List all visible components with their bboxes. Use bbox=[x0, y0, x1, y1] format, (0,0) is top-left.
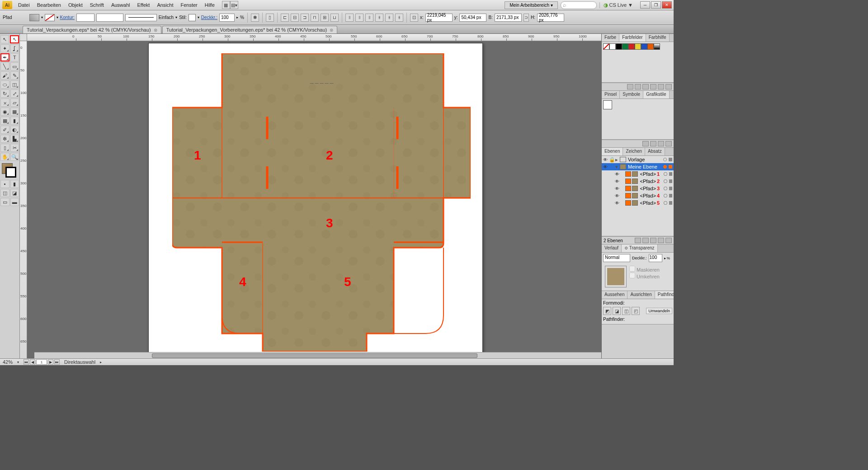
gradient-mode-icon[interactable]: ▮ bbox=[10, 180, 19, 188]
direct-selection-tool-icon[interactable]: ↖ bbox=[10, 35, 19, 43]
mesh-tool-icon[interactable]: ▦ bbox=[0, 117, 9, 125]
rectangle-tool-icon[interactable]: ▭ bbox=[10, 62, 19, 70]
swatch-opts-icon[interactable] bbox=[642, 84, 649, 89]
color-mode-icon[interactable]: ▪ bbox=[0, 180, 9, 188]
tab-zeichen[interactable]: Zeichen bbox=[623, 148, 645, 155]
lock-toggle-icon[interactable]: 🔒 bbox=[609, 157, 613, 163]
style-new-icon[interactable] bbox=[658, 141, 664, 146]
width-tool-icon[interactable]: ⨉ bbox=[0, 99, 9, 107]
magic-wand-tool-icon[interactable]: ✦ bbox=[0, 44, 9, 52]
scale-tool-icon[interactable]: ⤢ bbox=[10, 89, 19, 98]
swatch-blue[interactable] bbox=[641, 43, 647, 50]
hand-tool-icon[interactable]: ✋ bbox=[0, 153, 9, 161]
align-vcenter-icon[interactable]: ⊞ bbox=[321, 14, 329, 22]
line-tool-icon[interactable]: ╲ bbox=[0, 62, 9, 70]
swatch-yellow[interactable] bbox=[635, 43, 641, 50]
window-restore-icon[interactable]: ❐ bbox=[651, 1, 661, 9]
swatch-none[interactable] bbox=[603, 43, 609, 50]
pen-tool-icon[interactable]: ✒ bbox=[0, 53, 9, 61]
tab-pinsel[interactable]: Pinsel bbox=[602, 91, 620, 99]
zoom-level[interactable]: 42% bbox=[3, 359, 13, 365]
distribute-1-icon[interactable]: ⫴ bbox=[345, 14, 354, 22]
locate-icon[interactable] bbox=[635, 238, 641, 243]
blend-tool-icon[interactable]: ◐ bbox=[10, 126, 19, 134]
ruler-origin[interactable] bbox=[20, 34, 27, 41]
tab-farbhilfe[interactable]: Farbhilfe bbox=[646, 34, 670, 42]
slice-tool-icon[interactable]: ✂ bbox=[10, 144, 19, 152]
close-tab-icon[interactable]: ⊗ bbox=[330, 28, 333, 33]
swatch-orange[interactable] bbox=[647, 43, 654, 50]
canvas[interactable]: ⸺⸺⸺⸺⸺ 1 2 3 4 5 bbox=[27, 41, 601, 358]
swatch-group-icon[interactable] bbox=[650, 84, 656, 89]
tab-ausrichten[interactable]: Ausrichten bbox=[627, 291, 655, 299]
pf-exclude-icon[interactable]: ◰ bbox=[632, 307, 640, 315]
next-artboard-icon[interactable]: ▶ bbox=[48, 359, 53, 365]
eraser-tool-icon[interactable]: ◫ bbox=[10, 80, 19, 89]
search-input[interactable] bbox=[561, 1, 597, 9]
graph-tool-icon[interactable]: ▙ bbox=[10, 135, 19, 143]
transparency-thumb[interactable] bbox=[605, 266, 627, 287]
pencil-tool-icon[interactable]: ✎ bbox=[10, 71, 19, 80]
style-break-icon[interactable] bbox=[650, 141, 656, 146]
brush-def-field[interactable] bbox=[96, 14, 123, 22]
layer-meine-ebene[interactable]: 👁▾ Meine Ebene bbox=[602, 163, 674, 170]
menu-bearbeiten[interactable]: Bearbeiten bbox=[33, 1, 65, 9]
tab-aussehen[interactable]: Aussehen bbox=[602, 291, 627, 299]
menu-ansicht[interactable]: Ansicht bbox=[153, 1, 177, 9]
horizontal-scrollbar[interactable] bbox=[34, 352, 601, 358]
layer-vorlage[interactable]: 👁🔒▸ Vorlage bbox=[602, 156, 674, 163]
transform-ref-icon[interactable]: ⊡ bbox=[410, 14, 418, 22]
fill-swatch[interactable] bbox=[29, 14, 39, 21]
visibility-toggle-icon[interactable]: 👁 bbox=[603, 157, 608, 162]
doc-arrange-icon[interactable]: ▤▾ bbox=[230, 1, 238, 9]
align-right-icon[interactable]: ⊐ bbox=[301, 14, 309, 22]
tab-farbe[interactable]: Farbe bbox=[602, 34, 619, 42]
menu-schrift[interactable]: Schrift bbox=[86, 1, 108, 9]
shape-builder-tool-icon[interactable]: ◉ bbox=[0, 108, 9, 116]
h-field[interactable]: 2026,776 px bbox=[537, 14, 564, 22]
style-default[interactable] bbox=[603, 100, 612, 109]
artboard-tool-icon[interactable]: ▯ bbox=[0, 144, 9, 152]
tab-grafikstile[interactable]: Grafikstile bbox=[643, 91, 669, 99]
distribute-4-icon[interactable]: ⫵ bbox=[375, 14, 383, 22]
type-tool-icon[interactable]: T bbox=[10, 53, 19, 61]
clip-mask-icon[interactable] bbox=[642, 238, 649, 243]
tab-verlauf[interactable]: Verlauf bbox=[602, 244, 622, 252]
align-left-icon[interactable]: ⊏ bbox=[281, 14, 289, 22]
horizontal-ruler[interactable]: 0501001502002503003504004505005506006507… bbox=[27, 34, 601, 41]
align-hcenter-icon[interactable]: ⊟ bbox=[291, 14, 299, 22]
trash-icon[interactable] bbox=[665, 238, 672, 243]
visibility-toggle-icon[interactable]: 👁 bbox=[614, 200, 619, 206]
fill-stroke-indicator[interactable] bbox=[1, 162, 19, 179]
draw-behind-icon[interactable]: ◪ bbox=[10, 189, 19, 197]
opacity-field[interactable]: 100 bbox=[649, 254, 662, 262]
menu-fenster[interactable]: Fenster bbox=[177, 1, 201, 9]
screen-mode-2-icon[interactable]: ▬ bbox=[10, 198, 19, 206]
doc-tab-2[interactable]: Tutorial_Verpackungen_Vorbereitungen.eps… bbox=[162, 26, 337, 33]
w-field[interactable]: 2171,33 px bbox=[495, 14, 522, 22]
layer-path-2[interactable]: 👁<Pfad>2 bbox=[602, 178, 674, 185]
blend-mode-field[interactable]: Normal bbox=[603, 254, 630, 262]
stroke-weight-field[interactable] bbox=[76, 14, 94, 22]
distribute-2-icon[interactable]: ⫴ bbox=[355, 14, 363, 22]
layer-path-1[interactable]: 👁<Pfad>1 bbox=[602, 170, 674, 178]
eyedropper-tool-icon[interactable]: ✐ bbox=[0, 126, 9, 134]
draw-normal-icon[interactable]: ◫ bbox=[0, 189, 9, 197]
recolor-icon[interactable]: ✽ bbox=[251, 14, 259, 22]
prev-artboard-icon[interactable]: ◀ bbox=[30, 359, 35, 365]
stroke-label[interactable]: Kontur: bbox=[60, 15, 75, 20]
swatch-red[interactable] bbox=[628, 43, 635, 50]
free-transform-tool-icon[interactable]: ▱ bbox=[10, 99, 19, 107]
tab-symbole[interactable]: Symbole bbox=[620, 91, 643, 99]
align-top-icon[interactable]: ⊓ bbox=[311, 14, 319, 22]
visibility-toggle-icon[interactable]: 👁 bbox=[614, 186, 619, 191]
doc-tab-1[interactable]: Tutorial_Verpackungen.eps* bei 42 % (CMY… bbox=[23, 26, 161, 33]
layer-path-5[interactable]: 👁<Pfad>5 bbox=[602, 199, 674, 207]
menu-datei[interactable]: Datei bbox=[14, 1, 33, 9]
symbol-sprayer-tool-icon[interactable]: ✼ bbox=[0, 135, 9, 143]
pf-unite-icon[interactable]: ◩ bbox=[603, 307, 611, 315]
stroke-profile[interactable] bbox=[125, 14, 157, 21]
visibility-toggle-icon[interactable]: 👁 bbox=[614, 171, 619, 177]
distribute-5-icon[interactable]: ⫵ bbox=[385, 14, 393, 22]
swatch-menu-icon[interactable] bbox=[635, 84, 641, 89]
